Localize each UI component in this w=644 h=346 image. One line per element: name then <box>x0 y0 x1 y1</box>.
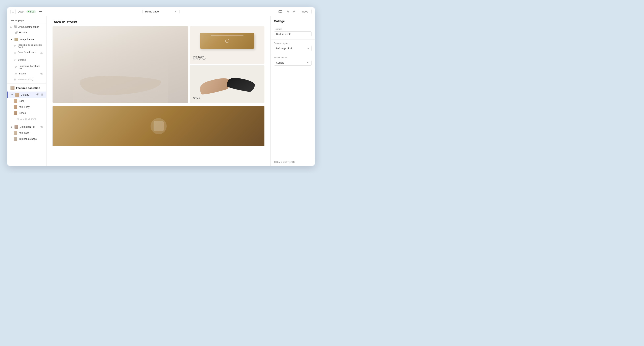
eye-slash-icon[interactable] <box>40 72 43 75</box>
theme-settings-label: THEME SETTINGS <box>274 161 295 163</box>
svg-rect-4 <box>14 27 15 28</box>
svg-point-26 <box>38 94 38 95</box>
svg-rect-9 <box>16 32 17 33</box>
collage-thumb <box>15 93 19 97</box>
collage-main-image[interactable] <box>52 26 188 103</box>
sidebar-item-button[interactable]: Button <box>7 71 46 76</box>
sidebar-item-text2[interactable]: From founder and c... <box>7 50 46 57</box>
sidebar-item-mini-eddy[interactable]: Mini Eddy <box>7 104 46 110</box>
plus-circle-icon: ⊕ <box>16 117 19 121</box>
page-selector[interactable]: Home page ▼ <box>142 9 179 14</box>
sidebar-label: From founder and c... <box>18 51 39 56</box>
preview-section-heading: Back in stock! <box>46 16 270 26</box>
sidebar-label: Shoes <box>19 112 26 114</box>
pen-icon <box>14 66 17 69</box>
live-badge: Live <box>26 10 36 13</box>
desktop-layout-select[interactable]: Left large block Right large block Cente… <box>274 46 312 51</box>
mobile-layout-label: Mobile layout <box>274 56 312 59</box>
topbar: Dawn Live ••• Home page ▼ <box>7 7 315 16</box>
add-block-1[interactable]: ⊕ Add block (3/3) <box>7 76 46 82</box>
sidebar-item-bags[interactable]: Bags <box>7 98 46 104</box>
svg-rect-5 <box>16 27 16 28</box>
sidebar-item-image-banner[interactable]: ▼ Image banner <box>7 36 46 42</box>
live-label: Live <box>30 10 34 13</box>
topbar-right: Save <box>275 9 312 14</box>
sidebar-item-collection-list[interactable]: ▼ Collection list <box>7 124 46 130</box>
sidebar-label: Mini bags <box>19 132 29 134</box>
heading-label: Heading <box>274 28 312 30</box>
back-button[interactable] <box>10 9 16 14</box>
sidebar-label: Top handle bags <box>19 138 37 140</box>
lines-icon <box>14 58 16 61</box>
sidebar-label: Industrial design meets fashi... <box>18 44 43 48</box>
sidebar-label: Collage <box>21 93 29 96</box>
chevron-right-icon: › <box>311 161 312 163</box>
chevron-down-icon: ▼ <box>175 10 177 13</box>
preview-frame: Back in stock! <box>46 16 270 166</box>
desktop-view-button[interactable] <box>277 9 283 14</box>
drag-icon[interactable]: ⠿ <box>41 93 43 96</box>
sidebar-item-announcement-bar[interactable]: ▶ Announcement bar <box>7 24 46 30</box>
sidebar-label: Featured collection <box>16 86 40 89</box>
sidebar-label: Button <box>19 72 26 75</box>
eye-icon[interactable] <box>36 93 40 96</box>
lines-icon <box>14 52 16 55</box>
sidebar-item-text1[interactable]: Industrial design meets fashi... <box>7 42 46 50</box>
sidebar-item-functional[interactable]: Functional handbags ma... <box>7 63 46 71</box>
collage-grid: Mini Eddy $375.00 CAD <box>46 26 270 103</box>
sidebar-item-featured-collection[interactable]: Featured collection <box>7 84 46 91</box>
svg-rect-2 <box>14 25 15 26</box>
sidebar-item-collage[interactable]: ▼ Collage ⠿ <box>7 91 46 98</box>
grid-icon <box>15 31 18 34</box>
shoes-visual <box>196 71 258 92</box>
svg-rect-7 <box>16 31 17 32</box>
lines-icon <box>15 72 18 75</box>
live-dot <box>28 11 30 12</box>
expand-icon: ▼ <box>10 126 12 128</box>
right-panel: Collage Heading Desktop layout Left larg… <box>270 16 315 166</box>
more-button[interactable]: ••• <box>38 9 43 14</box>
theme-settings-row[interactable]: THEME SETTINGS › <box>271 158 315 166</box>
collage-side: Mini Eddy $375.00 CAD <box>190 26 264 103</box>
add-block-label: Add block (3/3) <box>20 118 36 120</box>
shoes-link[interactable]: Shoes → <box>193 97 261 100</box>
svg-rect-3 <box>16 25 16 26</box>
undo-button[interactable] <box>285 9 290 14</box>
sidebar-item-top-handle-bags[interactable]: Top handle bags <box>7 136 46 142</box>
save-button[interactable]: Save <box>299 9 312 14</box>
sidebar-item-shoes[interactable]: Shoes <box>7 110 46 116</box>
sidebar-item-mini-bags[interactable]: Mini bags <box>7 130 46 136</box>
collection-list-thumb <box>14 125 18 129</box>
sidebar-label: Buttons <box>18 58 26 61</box>
lines-icon <box>14 44 16 48</box>
mini-eddy-thumb <box>14 105 17 109</box>
topbar-left: Dawn Live ••• <box>10 9 47 14</box>
sidebar-label: Header <box>19 31 27 34</box>
panel-field-desktop-layout: Desktop layout Left large block Right la… <box>271 40 315 54</box>
theme-name: Dawn <box>18 10 24 13</box>
expand-icon: ▶ <box>10 26 12 28</box>
sidebar-item-buttons[interactable]: Buttons <box>7 57 46 62</box>
preview-bottom-section <box>52 106 264 146</box>
editor-window: Dawn Live ••• Home page ▼ <box>7 7 315 166</box>
sidebar-thumb-image-banner <box>14 38 18 41</box>
divider <box>7 36 46 36</box>
topbar-center: Home page ▼ <box>49 9 273 14</box>
sidebar-label: Collection list <box>20 125 34 128</box>
bag-visual <box>200 33 254 49</box>
product-price-mini-eddy: $375.00 CAD <box>193 58 261 60</box>
collage-product-mini-eddy[interactable]: Mini Eddy $375.00 CAD <box>190 26 264 64</box>
featured-collection-thumb <box>10 86 14 90</box>
mobile-layout-select[interactable]: Collage Column Row <box>274 60 312 66</box>
redo-button[interactable] <box>292 9 297 14</box>
collage-product-shoes[interactable]: Shoes → <box>190 65 264 103</box>
eye-slash-icon[interactable] <box>40 125 43 128</box>
sidebar-item-header[interactable]: Header <box>7 30 46 35</box>
product-name-mini-eddy: Mini Eddy <box>193 55 261 58</box>
heading-input[interactable] <box>274 31 312 37</box>
add-block-2[interactable]: ⊕ Add block (3/3) <box>7 116 46 122</box>
eye-slash-icon[interactable] <box>40 52 43 55</box>
mini-bags-thumb <box>14 131 17 135</box>
sidebar-label: Image banner <box>20 38 34 41</box>
bags-thumb <box>14 99 17 103</box>
